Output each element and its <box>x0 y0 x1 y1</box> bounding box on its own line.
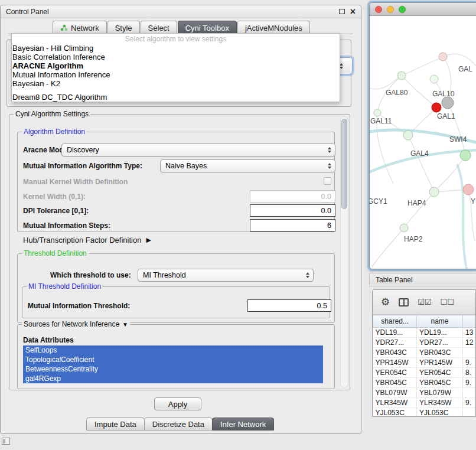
columns-icon[interactable] <box>399 298 409 306</box>
which-threshold-value: MI Threshold <box>138 271 306 279</box>
column-header-shared-name[interactable]: shared... <box>373 315 417 328</box>
table-row[interactable]: YBR043CYBR043C <box>373 348 476 358</box>
mi-threshold-label: Mutual Information Threshold: <box>28 302 130 310</box>
kernel-width-label: Kernel Width (0,1): <box>23 193 86 201</box>
network-node[interactable] <box>400 224 408 232</box>
algorithm-option[interactable]: Basic Correlation Inference <box>12 53 340 62</box>
network-edges <box>370 54 476 267</box>
network-node[interactable] <box>439 53 447 61</box>
network-canvas[interactable]: GAL80 GAL10 GAL11 GAL1 SWI4 GAL4 GCY1 HA… <box>370 17 476 269</box>
close-panel-icon[interactable]: × <box>350 9 356 15</box>
table-header-row: shared... name <box>373 315 476 328</box>
tab-style[interactable]: Style <box>107 21 140 34</box>
settings-scrollbar[interactable] <box>340 116 348 388</box>
table-panel-title: Table Panel <box>376 276 413 284</box>
tab-jactivemnodules[interactable]: jActiveMNodules <box>237 21 310 34</box>
algorithm-option[interactable]: Bayesian - Hill Climbing <box>12 44 340 53</box>
kernel-width-field <box>250 190 335 203</box>
data-attributes-label: Data Attributes <box>23 336 74 344</box>
tab-select[interactable]: Select <box>141 21 177 34</box>
attribute-item-selected[interactable]: gal4RGexp <box>23 374 323 383</box>
attribute-item-selected[interactable]: TopologicalCoefficient <box>23 355 323 364</box>
titlebar-buttons: × <box>339 9 356 15</box>
algorithm-option[interactable]: Dream8 DC_TDC Algorithm <box>12 93 340 102</box>
network-node[interactable] <box>429 187 439 197</box>
network-node-label: Y <box>471 197 475 206</box>
aracne-mode-select[interactable]: Discovery <box>61 144 335 156</box>
table-row[interactable]: YBL079WYBL079W <box>373 388 476 398</box>
manual-kernel-width-label: Manual Kernel Width Definition <box>23 178 128 186</box>
attribute-item-selected[interactable]: SelfLoops <box>23 345 323 355</box>
mac-close-button[interactable] <box>375 6 382 13</box>
deselect-all-icon[interactable]: ☐☐ <box>441 298 454 306</box>
collapsed-arrow-icon: ▶ <box>146 236 151 244</box>
algorithm-dropdown-placeholder: Select algorithm to view settings <box>12 35 340 44</box>
algorithm-option[interactable]: Bayesian - K2 <box>12 80 340 89</box>
table-panel-window: ⚙ ☑☑ ☐☐ shared... name YDL19...YDL19...1… <box>372 289 476 417</box>
network-node-label: GAL10 <box>432 90 455 98</box>
data-attributes-list: SelfLoops TopologicalCoefficient Between… <box>23 345 323 383</box>
combo-arrows-icon <box>306 272 309 278</box>
mi-algorithm-type-label: Mutual Information Algorithm Type: <box>23 162 142 170</box>
table-row[interactable]: YJL053CYJL053C <box>373 408 476 418</box>
network-node[interactable] <box>430 75 438 83</box>
network-view-window: GAL80 GAL10 GAL11 GAL1 SWI4 GAL4 GCY1 HA… <box>369 2 476 269</box>
table-panel-toolbar: ⚙ ☑☑ ☐☐ <box>373 290 475 315</box>
mi-algorithm-type-select[interactable]: Naive Bayes <box>160 159 335 172</box>
combo-arrows-icon <box>328 147 331 153</box>
expanded-arrow-icon[interactable]: ▼ <box>122 321 128 328</box>
network-node-label: GAL4 <box>410 149 429 158</box>
network-node[interactable] <box>374 109 381 116</box>
select-all-icon[interactable]: ☑☑ <box>418 298 431 306</box>
network-node[interactable] <box>403 131 413 140</box>
node-attribute-table: shared... name YDL19...YDL19...13 YDR27.… <box>373 315 476 417</box>
aracne-mode-value: Discovery <box>62 146 328 154</box>
tab-label: Network <box>71 24 99 32</box>
column-header-extra[interactable] <box>463 315 476 328</box>
mac-zoom-button[interactable] <box>399 6 406 13</box>
hub-definition-label: Hub/Transcription Factor Definition <box>23 236 141 244</box>
algorithm-option-selected[interactable]: ARACNE Algorithm <box>12 62 340 71</box>
table-row[interactable]: YBR045CYBR045C9. <box>373 378 476 388</box>
control-panel-titlebar: Control Panel × <box>1 5 361 18</box>
tab-impute-data[interactable]: Impute Data <box>86 418 145 431</box>
table-row[interactable]: YDR27...YDR27...12 <box>373 338 476 348</box>
attribute-item-selected[interactable]: BetweennessCentrality <box>23 364 323 374</box>
tab-discretize-data[interactable]: Discretize Data <box>144 418 213 431</box>
float-panel-icon[interactable] <box>339 9 345 14</box>
mi-threshold-field[interactable] <box>247 299 331 312</box>
gear-icon[interactable]: ⚙ <box>381 296 390 308</box>
settings-scrollbar-thumb[interactable] <box>341 119 347 209</box>
bottom-tabs: Impute Data Discretize Data Infer Networ… <box>87 418 274 431</box>
network-node[interactable] <box>442 97 454 109</box>
column-header-name[interactable]: name <box>417 315 463 328</box>
mi-steps-field[interactable] <box>250 219 335 231</box>
tab-cyni-toolbox[interactable]: Cyni Toolbox <box>178 21 237 34</box>
sources-group-title[interactable]: Sources for Network Inference <box>24 320 119 328</box>
settings-group-title: Cyni Algorithm Settings <box>15 110 89 118</box>
table-row[interactable]: YLR345WYLR345W9. <box>373 398 476 408</box>
algorithm-option[interactable]: Mutual Information Inference <box>12 71 340 80</box>
table-row[interactable]: YPR145WYPR145W9. <box>373 358 476 368</box>
network-node[interactable] <box>397 71 406 80</box>
network-node-label: GAL <box>458 65 472 73</box>
tab-infer-network[interactable]: Infer Network <box>212 418 274 431</box>
manual-kernel-width-checkbox[interactable] <box>324 177 331 185</box>
dpi-tolerance-field[interactable] <box>250 204 335 217</box>
control-panel-window: Control Panel × Network Style Select Cyn… <box>0 5 361 434</box>
table-row[interactable]: YER054CYER054C8. <box>373 368 476 378</box>
table-row[interactable]: YDL19...YDL19...13 <box>373 328 476 338</box>
which-threshold-select[interactable]: MI Threshold <box>138 269 314 282</box>
network-node-red[interactable] <box>432 103 441 112</box>
network-node[interactable] <box>463 184 474 195</box>
threshold-definition-title: Threshold Definition <box>24 249 87 257</box>
apply-button[interactable]: Apply <box>154 397 201 410</box>
hub-definition-header[interactable]: Hub/Transcription Factor Definition ▶ <box>23 236 151 244</box>
tab-network[interactable]: Network <box>53 21 107 34</box>
minimized-panel-icon[interactable] <box>2 438 10 445</box>
control-panel-title: Control Panel <box>6 8 49 16</box>
mac-minimize-button[interactable] <box>387 6 394 13</box>
network-node[interactable] <box>460 150 471 161</box>
network-node-label: GAL1 <box>437 112 455 120</box>
which-threshold-label: Which threshold to use: <box>50 271 131 279</box>
